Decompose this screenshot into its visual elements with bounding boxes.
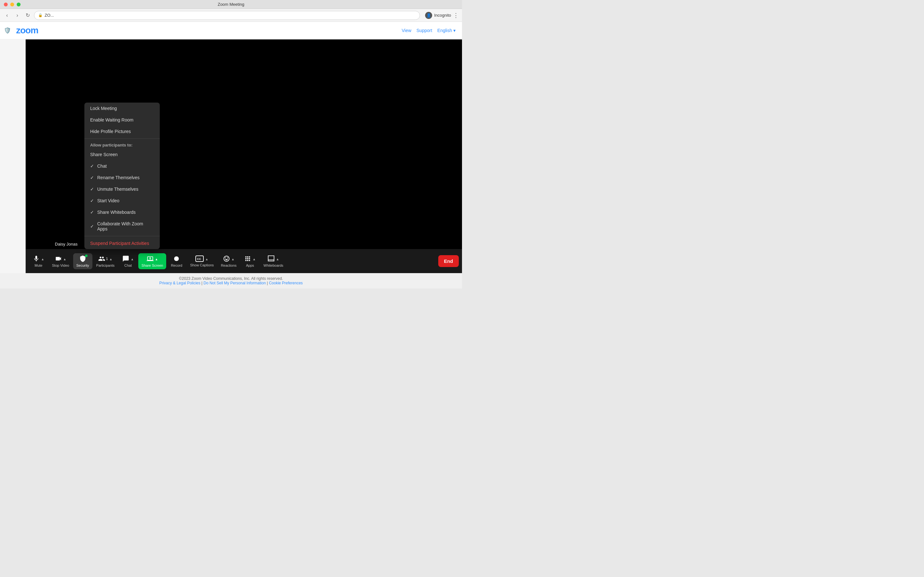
record-icon xyxy=(173,255,180,262)
whiteboards-icon xyxy=(268,255,275,262)
suspend-participant-item[interactable]: Suspend Participant Activities xyxy=(84,237,160,249)
chat-label: Chat xyxy=(97,163,107,169)
apps-arrow[interactable]: ▲ xyxy=(252,258,256,261)
whiteboards-button[interactable]: ▲ Whiteboards xyxy=(260,253,286,269)
lock-icon: 🔒 xyxy=(38,13,43,17)
view-button[interactable]: View xyxy=(402,28,411,33)
unmute-themselves-item[interactable]: Unmute Themselves xyxy=(84,183,160,195)
do-not-sell-link[interactable]: Do Not Sell My Personal Information xyxy=(204,281,266,285)
security-badge xyxy=(85,255,87,257)
shield-icon: 🛡️ xyxy=(4,27,11,34)
privacy-link[interactable]: Privacy & Legal Policies xyxy=(159,281,200,285)
stop-video-label: Stop Video xyxy=(52,263,69,268)
whiteboards-arrow[interactable]: ▲ xyxy=(276,258,279,261)
collaborate-zoom-apps-item[interactable]: Collaborate With Zoom Apps xyxy=(84,218,160,235)
apps-icon xyxy=(244,255,251,262)
chat-arrow[interactable]: ▲ xyxy=(131,258,134,261)
start-video-item[interactable]: Start Video xyxy=(84,195,160,206)
address-bar[interactable]: 🔒 ZO... xyxy=(34,11,420,20)
security-menu: Lock Meeting Enable Waiting Room Hide Pr… xyxy=(84,103,160,249)
end-button[interactable]: End xyxy=(438,255,459,267)
enable-waiting-room-item[interactable]: Enable Waiting Room xyxy=(84,114,160,126)
share-whiteboards-label: Share Whiteboards xyxy=(97,210,136,215)
menu-icon[interactable]: ⋮ xyxy=(453,12,459,19)
share-screen-arrow[interactable]: ▲ xyxy=(155,258,158,261)
captions-label: Show Captions xyxy=(190,263,214,267)
copyright-text: ©2023 Zoom Video Communications, Inc. Al… xyxy=(3,276,459,281)
svg-point-0 xyxy=(174,256,179,261)
reactions-arrow[interactable]: ▲ xyxy=(231,258,234,261)
reactions-icon xyxy=(223,255,230,262)
rename-themselves-label: Rename Themselves xyxy=(97,175,140,180)
participants-button[interactable]: 1 ▲ Participants xyxy=(93,253,118,269)
close-button[interactable] xyxy=(4,3,8,6)
sidebar xyxy=(0,39,26,273)
apps-label: Apps xyxy=(246,263,254,268)
apps-button[interactable]: ▲ Apps xyxy=(240,253,260,269)
support-link[interactable]: Support xyxy=(417,28,432,33)
mute-button[interactable]: ▲ Mute xyxy=(29,253,48,269)
language-dropdown[interactable]: English ▾ xyxy=(437,28,456,33)
record-label: Record xyxy=(171,263,182,268)
reactions-button[interactable]: ▲ Reactions xyxy=(218,253,240,269)
hide-profile-pictures-label: Hide Profile Pictures xyxy=(90,129,131,134)
chat-button[interactable]: ▲ Chat xyxy=(118,253,137,269)
back-button[interactable]: ‹ xyxy=(3,11,11,19)
captions-button[interactable]: CC ▲ Show Captions xyxy=(187,253,217,269)
meeting-area: Lock Meeting Enable Waiting Room Hide Pr… xyxy=(26,39,462,273)
window-title: Zoom Meeting xyxy=(218,2,244,7)
participants-icon: 1 xyxy=(98,255,108,262)
share-screen-item[interactable]: Share Screen xyxy=(84,149,160,160)
security-button[interactable]: Security xyxy=(73,253,92,269)
svg-text:CC: CC xyxy=(197,258,201,261)
chat-label: Chat xyxy=(124,263,132,268)
minimize-button[interactable] xyxy=(10,3,14,6)
participant-name-label: Daisy Jonas xyxy=(52,241,80,247)
lock-meeting-label: Lock Meeting xyxy=(90,106,117,111)
reload-button[interactable]: ↻ xyxy=(24,11,31,19)
browser-extras: 👤 Incognito ⋮ xyxy=(425,12,459,19)
share-whiteboards-item[interactable]: Share Whiteboards xyxy=(84,206,160,218)
title-bar: Zoom Meeting xyxy=(0,0,462,9)
cookies-link[interactable]: Cookie Preferences xyxy=(269,281,302,285)
maximize-button[interactable] xyxy=(17,3,21,6)
window-controls xyxy=(4,3,21,6)
menu-divider-1 xyxy=(84,139,160,139)
share-screen-button[interactable]: ▲ Share Screen xyxy=(138,253,166,269)
participants-label: Participants xyxy=(96,263,115,268)
hide-profile-pictures-item[interactable]: Hide Profile Pictures xyxy=(84,126,160,137)
share-screen-label: Share Screen xyxy=(90,152,118,157)
footer-links: Privacy & Legal Policies | Do Not Sell M… xyxy=(3,281,459,285)
chevron-down-icon: ▾ xyxy=(453,28,456,33)
captions-arrow[interactable]: ▲ xyxy=(205,258,208,261)
page-footer: ©2023 Zoom Video Communications, Inc. Al… xyxy=(0,273,462,288)
reactions-label: Reactions xyxy=(221,263,236,268)
share-screen-icon xyxy=(147,255,153,262)
collaborate-zoom-apps-label: Collaborate With Zoom Apps xyxy=(97,221,154,231)
participants-count: 1 xyxy=(106,257,108,261)
video-icon xyxy=(55,255,62,262)
whiteboards-label: Whiteboards xyxy=(263,263,283,268)
chat-item[interactable]: Chat xyxy=(84,160,160,172)
record-button[interactable]: Record xyxy=(167,253,186,269)
rename-themselves-item[interactable]: Rename Themselves xyxy=(84,172,160,183)
mute-arrow[interactable]: ▲ xyxy=(41,258,44,261)
zoom-top-bar: 🛡️ zoom View Support English ▾ xyxy=(0,22,462,39)
chat-icon xyxy=(122,255,129,262)
participants-arrow[interactable]: ▲ xyxy=(109,258,112,261)
forward-button[interactable]: › xyxy=(13,11,21,19)
language-label: English xyxy=(437,28,452,33)
lock-meeting-item[interactable]: Lock Meeting xyxy=(84,103,160,114)
main-content: Lock Meeting Enable Waiting Room Hide Pr… xyxy=(0,39,462,273)
enable-waiting-room-label: Enable Waiting Room xyxy=(90,117,134,122)
allow-participants-label: Allow participants to: xyxy=(84,140,160,149)
top-right-nav: View Support English ▾ xyxy=(402,28,456,33)
share-screen-label: Share Screen xyxy=(142,263,163,268)
video-arrow[interactable]: ▲ xyxy=(63,258,66,261)
start-video-label: Start Video xyxy=(97,198,120,203)
unmute-themselves-label: Unmute Themselves xyxy=(97,187,138,192)
address-text: ZO... xyxy=(45,13,54,18)
captions-icon: CC xyxy=(195,255,204,262)
stop-video-button[interactable]: ▲ Stop Video xyxy=(49,253,73,269)
security-icon xyxy=(79,255,86,262)
